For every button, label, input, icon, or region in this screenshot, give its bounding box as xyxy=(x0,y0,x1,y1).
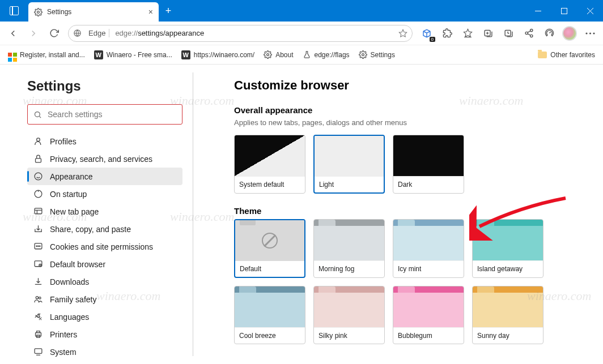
card-label: System default xyxy=(235,176,305,192)
nav-icon xyxy=(33,277,43,286)
search-settings-box[interactable] xyxy=(27,104,182,125)
menu-button[interactable] xyxy=(580,24,600,43)
svg-point-37 xyxy=(39,246,40,246)
avatar-icon xyxy=(562,26,577,41)
new-tab-button[interactable]: + xyxy=(159,0,178,22)
nav-icon xyxy=(33,294,43,304)
theme-card-morning-fog[interactable]: Morning fog xyxy=(313,219,385,278)
svg-line-25 xyxy=(39,116,41,118)
card-label: Sunny day xyxy=(473,327,543,344)
tab-actions-button[interactable] xyxy=(0,0,28,22)
theme-preview xyxy=(235,286,305,327)
theme-card-silky-pink[interactable]: Silky pink xyxy=(313,286,385,344)
bookmark-item[interactable]: Settings xyxy=(355,48,398,61)
card-label: Light xyxy=(315,177,384,192)
appearance-card-light[interactable]: Light xyxy=(313,135,385,194)
svg-rect-2 xyxy=(561,8,567,14)
svg-line-16 xyxy=(528,34,530,36)
nav-icon xyxy=(33,259,43,269)
svg-point-23 xyxy=(362,54,364,56)
sidebar-item-privacy-search-and-services[interactable]: Privacy, search, and services xyxy=(27,150,182,168)
theme-card-sunny-day[interactable]: Sunny day xyxy=(472,286,543,344)
back-button[interactable] xyxy=(3,24,23,43)
sidebar-item-on-startup[interactable]: On startup xyxy=(27,185,182,203)
theme-card-icy-mint[interactable]: Icy mint xyxy=(393,219,464,278)
reload-button[interactable] xyxy=(44,24,63,43)
other-favorites-button[interactable]: Other favorites xyxy=(534,49,598,61)
bookmark-label: Register, install and... xyxy=(20,51,85,59)
appearance-card-dark[interactable]: Dark xyxy=(393,135,464,194)
share-button[interactable] xyxy=(519,24,538,43)
theme-preview xyxy=(235,220,304,261)
extensions-button[interactable] xyxy=(438,24,457,43)
search-input[interactable] xyxy=(48,110,176,119)
sidebar-item-new-tab-page[interactable]: New tab page xyxy=(27,203,182,220)
theme-card-island-getaway[interactable]: Island getaway xyxy=(472,219,543,278)
bookmark-item[interactable]: WWinaero - Free sma... xyxy=(91,48,176,62)
svg-marker-7 xyxy=(464,29,472,36)
site-identity-icon xyxy=(73,29,82,37)
content-area: Settings ProfilesPrivacy, search, and se… xyxy=(0,65,603,364)
favorite-star-icon[interactable] xyxy=(398,29,407,38)
shopping-button[interactable]: 0 xyxy=(417,24,436,43)
svg-point-0 xyxy=(37,11,40,13)
nav-label: Default browser xyxy=(50,260,105,269)
svg-line-17 xyxy=(528,31,530,33)
sidebar-item-family-safety[interactable]: Family safety xyxy=(27,290,182,308)
url-text: edge://settings/appearance xyxy=(115,29,395,37)
section-theme-title: Theme xyxy=(234,206,586,216)
theme-preview xyxy=(473,220,543,260)
svg-point-22 xyxy=(267,54,269,56)
sidebar-item-printers[interactable]: Printers xyxy=(27,326,182,343)
bookmark-item[interactable]: edge://flags xyxy=(299,48,353,61)
sidebar-item-default-browser[interactable]: Default browser xyxy=(27,255,182,273)
history-button[interactable] xyxy=(499,24,518,43)
collections-button[interactable] xyxy=(478,24,498,43)
sidebar-item-cookies-and-site-permissions[interactable]: Cookies and site permissions xyxy=(27,238,182,255)
theme-preview xyxy=(393,220,464,260)
sidebar-item-languages[interactable]: Languages xyxy=(27,308,182,326)
settings-sidebar: Settings ProfilesPrivacy, search, and se… xyxy=(0,65,193,364)
card-label: Silky pink xyxy=(314,327,384,344)
svg-point-35 xyxy=(36,246,36,246)
address-bar[interactable]: Edge edge://settings/appearance xyxy=(68,25,413,42)
section-overall-title: Overall appearance xyxy=(234,105,586,115)
theme-card-bubblegum[interactable]: Bubblegum xyxy=(393,286,464,344)
svg-point-28 xyxy=(35,173,42,180)
minimize-button[interactable] xyxy=(525,0,551,22)
close-window-button[interactable] xyxy=(577,0,603,22)
maximize-button[interactable] xyxy=(551,0,577,22)
bookmark-item[interactable]: Register, install and... xyxy=(5,49,88,61)
ms-logo-icon xyxy=(8,53,12,57)
svg-rect-27 xyxy=(35,159,41,162)
sidebar-item-system[interactable]: System xyxy=(27,343,182,361)
profile-button[interactable] xyxy=(560,24,579,43)
svg-point-20 xyxy=(589,32,591,34)
theme-preview xyxy=(314,286,384,327)
performance-button[interactable] xyxy=(540,24,559,43)
sidebar-item-appearance[interactable]: Appearance xyxy=(27,168,182,185)
nav-icon xyxy=(33,207,43,216)
svg-point-21 xyxy=(593,32,594,34)
nav-icon xyxy=(33,312,43,322)
browser-tab[interactable]: Settings × xyxy=(28,2,159,22)
sidebar-item-share-copy-and-paste[interactable]: Share, copy, and paste xyxy=(27,220,182,238)
nav-icon xyxy=(33,224,43,234)
appearance-card-system-default[interactable]: System default xyxy=(234,135,305,194)
svg-point-40 xyxy=(36,297,38,299)
theme-card-default[interactable]: Default xyxy=(234,219,305,278)
section-overall-subtitle: Applies to new tabs, pages, dialogs and … xyxy=(234,118,586,127)
favorites-button[interactable] xyxy=(458,24,477,43)
bookmark-item[interactable]: Whttps://winaero.com/ xyxy=(178,48,258,62)
bookmarks-bar: Register, install and... WWinaero - Free… xyxy=(0,45,603,65)
nav-label: Privacy, search, and services xyxy=(50,155,152,164)
bookmark-item[interactable]: About xyxy=(260,48,296,61)
sidebar-item-profiles[interactable]: Profiles xyxy=(27,132,182,150)
tab-close-button[interactable]: × xyxy=(148,7,153,16)
forward-button[interactable] xyxy=(24,24,43,43)
theme-card-cool-breeze[interactable]: Cool breeze xyxy=(234,286,305,344)
appearance-preview xyxy=(235,135,305,176)
nav-icon xyxy=(33,329,43,339)
sidebar-title: Settings xyxy=(27,78,182,94)
sidebar-item-downloads[interactable]: Downloads xyxy=(27,273,182,290)
